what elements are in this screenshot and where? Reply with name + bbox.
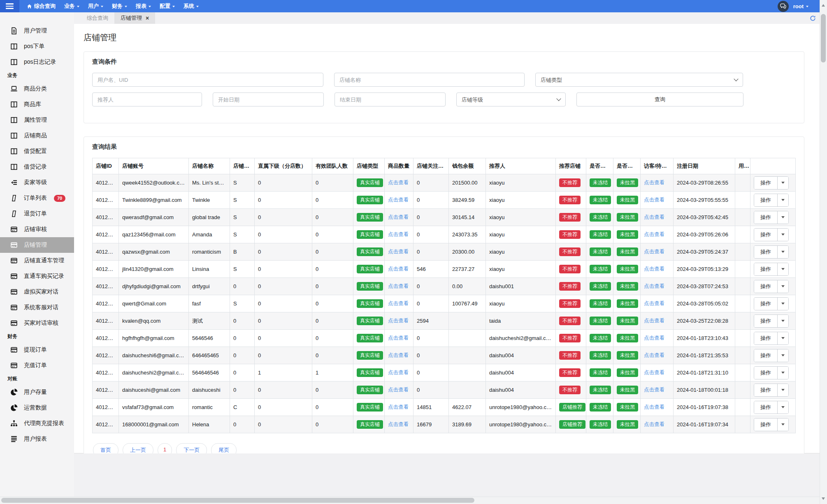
visitor-link[interactable]: 点击查看 <box>644 318 664 324</box>
goods-count-link[interactable]: 点击查看 <box>388 197 409 203</box>
username-uid-input[interactable] <box>92 73 323 87</box>
visitor-link[interactable]: 点击查看 <box>644 421 664 427</box>
action-button[interactable]: 操作 <box>754 384 777 396</box>
goods-count-link[interactable]: 点击查看 <box>388 387 409 393</box>
shop-name-input[interactable] <box>334 73 525 87</box>
visitor-link[interactable]: 点击查看 <box>644 249 664 254</box>
action-button[interactable]: 操作 <box>754 194 777 206</box>
end-date-input[interactable] <box>335 92 446 106</box>
action-button[interactable]: 操作 <box>754 263 777 275</box>
sidebar-item[interactable]: 充值订单 <box>0 358 74 373</box>
action-dropdown-button[interactable] <box>777 418 788 431</box>
sidebar-item[interactable]: 用户报表 <box>0 431 74 447</box>
nav-item[interactable]: 财务 <box>112 2 127 10</box>
horizontal-scrollbar-thumb[interactable] <box>1 498 474 503</box>
sidebar-item[interactable]: 提现订单 <box>0 342 74 358</box>
shop-level-select[interactable]: 店铺等级 <box>456 92 566 106</box>
visitor-link[interactable]: 点击查看 <box>644 197 664 203</box>
action-dropdown-button[interactable] <box>777 349 788 362</box>
visitor-link[interactable]: 点击查看 <box>644 283 664 289</box>
goods-count-link[interactable]: 点击查看 <box>388 370 409 375</box>
action-dropdown-button[interactable] <box>777 177 788 189</box>
sidebar-item[interactable]: 属性管理 <box>0 112 74 128</box>
shop-type-select[interactable]: 店铺类型 <box>535 73 743 87</box>
visitor-link[interactable]: 点击查看 <box>644 370 664 375</box>
sidebar-item[interactable]: 买家对话审核 <box>0 315 74 331</box>
visitor-link[interactable]: 点击查看 <box>644 387 664 393</box>
goods-count-link[interactable]: 点击查看 <box>388 404 409 410</box>
action-button[interactable]: 操作 <box>754 177 777 189</box>
goods-count-link[interactable]: 点击查看 <box>388 352 409 358</box>
tab-active[interactable]: 店铺管理× <box>114 12 155 24</box>
messages-button[interactable] <box>778 1 789 12</box>
sidebar-item[interactable]: 退货订单 <box>0 206 74 222</box>
sidebar-item[interactable]: 卖家等级 <box>0 175 74 190</box>
sidebar-item[interactable]: 商品库 <box>0 97 74 112</box>
sidebar-item[interactable]: 直通车购买记录 <box>0 268 74 284</box>
tab-inactive[interactable]: 综合查询 <box>81 12 114 24</box>
action-button[interactable]: 操作 <box>754 229 777 241</box>
goods-count-link[interactable]: 点击查看 <box>388 180 409 185</box>
user-menu[interactable]: root <box>793 3 808 9</box>
goods-count-link[interactable]: 点击查看 <box>388 231 409 237</box>
action-button[interactable]: 操作 <box>754 401 777 414</box>
refresh-icon[interactable] <box>810 15 816 21</box>
sidebar-item[interactable]: 虚拟买家对话 <box>0 284 74 300</box>
action-button[interactable]: 操作 <box>754 315 777 327</box>
visitor-link[interactable]: 点击查看 <box>644 266 664 272</box>
sidebar-item[interactable]: 商品分类 <box>0 81 74 97</box>
goods-count-link[interactable]: 点击查看 <box>388 318 409 324</box>
sidebar-item[interactable]: 店铺商品 <box>0 128 74 143</box>
goods-count-link[interactable]: 点击查看 <box>388 283 409 289</box>
sidebar-item[interactable]: 店铺直通车管理 <box>0 253 74 268</box>
sidebar-item[interactable]: 借贷配置 <box>0 143 74 159</box>
referrer-input[interactable] <box>92 92 202 106</box>
action-dropdown-button[interactable] <box>777 384 788 396</box>
sidebar-toggle-button[interactable] <box>0 0 19 12</box>
action-dropdown-button[interactable] <box>777 298 788 310</box>
action-button[interactable]: 操作 <box>754 349 777 362</box>
sidebar-item[interactable]: 用户管理 <box>0 23 74 39</box>
horizontal-scrollbar[interactable] <box>0 497 820 504</box>
nav-item[interactable]: 业务 <box>64 2 79 10</box>
sidebar-item[interactable]: 系统客服对话 <box>0 300 74 315</box>
scroll-down-arrow-icon[interactable] <box>822 497 825 502</box>
sidebar-item[interactable]: 店铺管理 <box>0 237 74 253</box>
visitor-link[interactable]: 点击查看 <box>644 404 664 410</box>
query-button[interactable]: 查询 <box>576 92 743 106</box>
action-dropdown-button[interactable] <box>777 263 788 275</box>
close-icon[interactable]: × <box>146 15 149 21</box>
action-dropdown-button[interactable] <box>777 246 788 258</box>
nav-item[interactable]: 配置 <box>160 2 175 10</box>
sidebar-item[interactable]: 运营数据 <box>0 400 74 416</box>
scroll-up-arrow-icon[interactable] <box>822 2 825 7</box>
nav-item[interactable]: 综合查询 <box>27 2 56 10</box>
visitor-link[interactable]: 点击查看 <box>644 335 664 341</box>
visitor-link[interactable]: 点击查看 <box>644 231 664 237</box>
action-button[interactable]: 操作 <box>754 280 777 293</box>
action-dropdown-button[interactable] <box>777 229 788 241</box>
sidebar-item[interactable]: pos下单 <box>0 39 74 54</box>
sidebar-item[interactable]: 代理商充提报表 <box>0 416 74 431</box>
goods-count-link[interactable]: 点击查看 <box>388 301 409 306</box>
sidebar-item[interactable]: 借贷记录 <box>0 159 74 175</box>
nav-item[interactable]: 用户 <box>88 2 103 10</box>
action-button[interactable]: 操作 <box>754 211 777 224</box>
sidebar-item[interactable]: 订单列表70 <box>0 190 74 206</box>
sidebar-item[interactable]: pos日志记录 <box>0 54 74 70</box>
action-button[interactable]: 操作 <box>754 418 777 431</box>
goods-count-link[interactable]: 点击查看 <box>388 249 409 254</box>
action-dropdown-button[interactable] <box>777 280 788 293</box>
visitor-link[interactable]: 点击查看 <box>644 301 664 306</box>
sidebar-item[interactable]: 用户存量 <box>0 384 74 400</box>
visitor-link[interactable]: 点击查看 <box>644 214 664 220</box>
sidebar-item[interactable]: 店铺审核 <box>0 222 74 237</box>
action-button[interactable]: 操作 <box>754 246 777 258</box>
visitor-link[interactable]: 点击查看 <box>644 352 664 358</box>
vertical-scrollbar[interactable] <box>820 0 827 504</box>
action-button[interactable]: 操作 <box>754 332 777 344</box>
action-dropdown-button[interactable] <box>777 332 788 344</box>
goods-count-link[interactable]: 点击查看 <box>388 335 409 341</box>
action-button[interactable]: 操作 <box>754 298 777 310</box>
action-dropdown-button[interactable] <box>777 315 788 327</box>
